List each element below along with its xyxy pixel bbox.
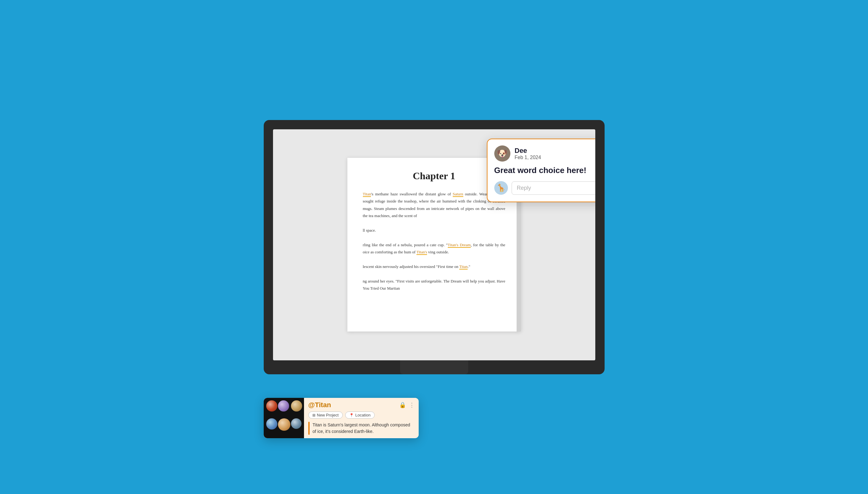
- tooltip-title-row: @Titan 🔒 ⋮: [308, 401, 415, 409]
- monitor-screen: Chapter 1 Titan's methane haze swallowed…: [273, 129, 595, 360]
- tooltip-description: Titan is Saturn's largest moon. Although…: [308, 422, 415, 435]
- doc-highlight-saturn: Saturn: [453, 192, 463, 197]
- doc-highlight-titan: Titan: [363, 192, 371, 197]
- planet-grid: [264, 398, 304, 438]
- doc-highlight-titans: Titan's: [416, 250, 427, 255]
- tag-location[interactable]: 📍 Location: [345, 412, 375, 419]
- chapter-title: Chapter 1: [363, 170, 506, 182]
- planet-4: [266, 418, 277, 430]
- orange-bar: [308, 422, 310, 435]
- planet-2: [278, 400, 289, 412]
- planet-1: [266, 400, 277, 412]
- tooltip-image: [264, 398, 304, 438]
- username: Dee: [515, 147, 595, 155]
- tag-new-project-label: New Project: [317, 413, 339, 417]
- comment-text: Great word choice here!: [494, 165, 595, 176]
- location-icon: 📍: [349, 413, 354, 417]
- doc-highlight-titan2: Titan: [459, 264, 468, 269]
- monitor-stand: [400, 360, 468, 374]
- tooltip-icons: 🔒 ⋮: [399, 402, 415, 408]
- tooltip-body: @Titan 🔒 ⋮ ⊞ New Project 📍 Location T: [304, 398, 419, 438]
- reply-input[interactable]: [512, 182, 595, 195]
- tag-new-project[interactable]: ⊞ New Project: [308, 412, 343, 419]
- planet-5: [278, 418, 290, 431]
- user-info: Dee Feb 1, 2024: [515, 147, 595, 160]
- tooltip-header: @Titan 🔒 ⋮ ⊞ New Project 📍 Location T: [264, 398, 419, 438]
- planet-3: [291, 400, 302, 412]
- tooltip-desc-text: Titan is Saturn's largest moon. Although…: [313, 422, 415, 435]
- document-body: Titan's methane haze swallowed the dista…: [363, 190, 506, 292]
- comment-actions: ✓ ⋮: [595, 149, 595, 158]
- monitor: Chapter 1 Titan's methane haze swallowed…: [264, 120, 605, 374]
- doc-highlight-titan-dream: Titan's Dream: [448, 243, 471, 248]
- tooltip-card: @Titan 🔒 ⋮ ⊞ New Project 📍 Location T: [264, 398, 419, 438]
- tag-location-label: Location: [355, 413, 371, 417]
- tooltip-title: @Titan: [308, 401, 397, 409]
- planet-6: [291, 418, 301, 429]
- comment-header: 🐶 Dee Feb 1, 2024 ✓ ⋮: [494, 146, 595, 162]
- reply-avatar: 🦒: [494, 181, 508, 195]
- comment-card: 🐶 Dee Feb 1, 2024 ✓ ⋮ Great word choice …: [487, 139, 595, 203]
- check-icon[interactable]: ✓: [595, 149, 595, 158]
- dots-icon[interactable]: ⋮: [409, 402, 415, 408]
- grid-icon: ⊞: [312, 413, 315, 417]
- reply-row: 🦒: [494, 181, 595, 195]
- comment-date: Feb 1, 2024: [515, 155, 595, 160]
- avatar: 🐶: [494, 146, 510, 162]
- tooltip-tags: ⊞ New Project 📍 Location: [308, 412, 415, 419]
- lock-icon[interactable]: 🔒: [399, 402, 406, 408]
